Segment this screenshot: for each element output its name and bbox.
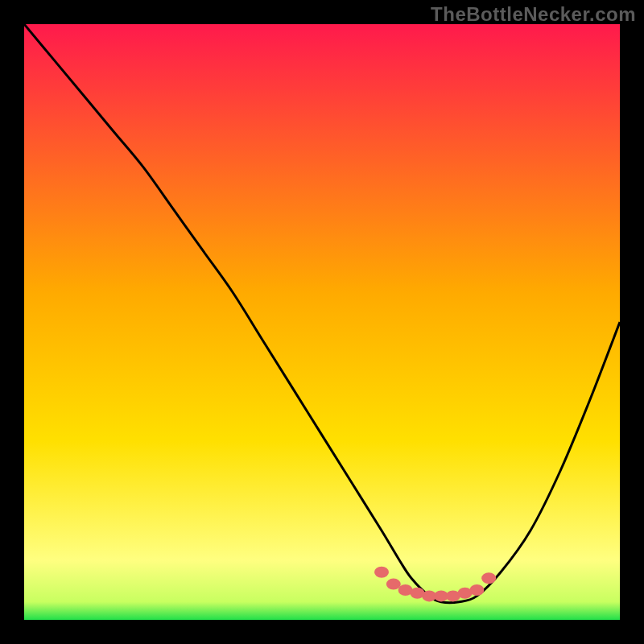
optimal-marker bbox=[374, 567, 389, 578]
chart-svg bbox=[24, 24, 620, 620]
watermark-text: TheBottleNecker.com bbox=[431, 3, 636, 26]
plot-area bbox=[24, 24, 620, 620]
optimal-marker bbox=[386, 579, 401, 590]
optimal-marker bbox=[481, 572, 496, 584]
optimal-marker bbox=[469, 584, 484, 596]
chart-frame: TheBottleNecker.com bbox=[0, 0, 644, 644]
